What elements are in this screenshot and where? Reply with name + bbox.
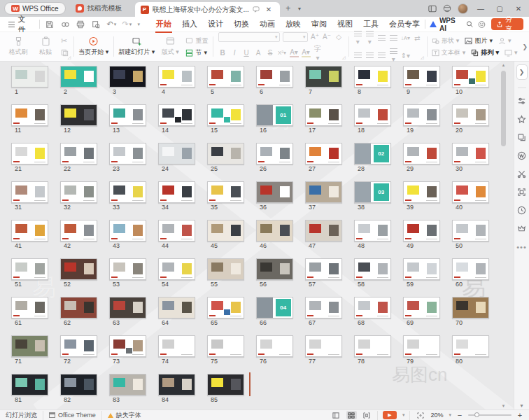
sidebar-layout-icon[interactable]: [428, 5, 437, 13]
comment-icon[interactable]: [253, 6, 260, 13]
slide-thumbnail[interactable]: [60, 374, 97, 396]
quickbar-customize-icon[interactable]: ▾: [137, 22, 140, 27]
tab-home[interactable]: 开始: [155, 17, 172, 31]
increase-font-icon[interactable]: A⁺: [311, 33, 320, 41]
tab-tools[interactable]: 工具: [362, 17, 379, 31]
decrease-indent-button[interactable]: [377, 34, 386, 42]
content-scrollbar[interactable]: ▲ ▼: [500, 62, 507, 410]
slide-thumbnail[interactable]: [452, 258, 489, 280]
play-options-icon[interactable]: ▾: [402, 412, 405, 418]
slide-thumbnail[interactable]: [207, 181, 244, 203]
slide-thumbnail[interactable]: [452, 181, 489, 203]
slide-thumbnail[interactable]: [11, 220, 48, 241]
slide-thumbnail[interactable]: [452, 104, 489, 126]
slide-thumbnail[interactable]: [403, 104, 440, 126]
search-icon[interactable]: [466, 20, 473, 28]
format-painter-button[interactable]: 格式刷: [6, 34, 30, 60]
slide-thumbnail[interactable]: [158, 374, 195, 396]
favorites-star-icon[interactable]: [516, 114, 527, 125]
print-preview-icon[interactable]: [90, 19, 101, 30]
material-cut-icon[interactable]: [516, 169, 527, 179]
wps-circle-icon[interactable]: [516, 150, 527, 161]
slide-thumbnail[interactable]: [11, 374, 48, 396]
slide-thumbnail[interactable]: [403, 220, 440, 241]
tab-insert[interactable]: 插入: [181, 17, 198, 31]
slide-thumbnail[interactable]: 01: [256, 104, 293, 126]
slide-thumbnail[interactable]: [207, 66, 244, 88]
user-avatar[interactable]: [458, 4, 468, 14]
slide-thumbnail[interactable]: [207, 143, 244, 164]
ribbon-expand-icon[interactable]: ❯: [522, 38, 528, 56]
slide-thumbnail[interactable]: [452, 297, 489, 318]
slide-thumbnail[interactable]: [158, 66, 195, 88]
highlight-color-button[interactable]: A▾: [302, 48, 311, 57]
numbering-button[interactable]: ▾: [365, 30, 374, 46]
zoom-in-icon[interactable]: +: [516, 411, 523, 419]
slide-thumbnail[interactable]: [207, 258, 244, 280]
layout-button[interactable]: 版式 ▾: [158, 34, 182, 60]
normal-view-icon[interactable]: [331, 411, 341, 419]
slide-thumbnail[interactable]: [109, 104, 146, 126]
textbox-button[interactable]: 文本框 ▾: [432, 48, 466, 57]
slide-sorter-view-icon[interactable]: [346, 411, 357, 419]
slide-thumbnail[interactable]: [354, 66, 391, 88]
monitor-button[interactable]: ▾: [505, 48, 518, 57]
slide-thumbnail[interactable]: [256, 143, 293, 164]
cut-button[interactable]: ✂: [61, 36, 69, 46]
align-right-button[interactable]: [377, 52, 386, 59]
slide-sorter-canvas[interactable]: 易 易 易 易图cn 12345678910111213141501161718…: [0, 62, 514, 410]
slide-thumbnail[interactable]: [158, 104, 195, 126]
clipboard-dialog-launcher[interactable]: ◿: [67, 55, 71, 59]
collapse-panel-icon[interactable]: ❯: [516, 64, 528, 80]
slide-thumbnail[interactable]: [109, 143, 146, 164]
slide-thumbnail[interactable]: 03: [354, 181, 391, 203]
slide-thumbnail[interactable]: [11, 297, 48, 318]
increase-indent-button[interactable]: [389, 34, 398, 42]
char-style-button[interactable]: A: [254, 49, 263, 57]
slide-thumbnail[interactable]: [109, 66, 146, 88]
tab-document-active[interactable]: P 联想上海研发中心办公方案文... ✕: [135, 2, 280, 17]
slide-thumbnail[interactable]: [11, 66, 48, 88]
italic-button[interactable]: I: [230, 49, 239, 57]
slide-thumbnail[interactable]: [11, 335, 48, 357]
properties-sliders-icon[interactable]: [516, 96, 527, 106]
app-home-button[interactable]: W WPS Office: [4, 2, 66, 15]
slide-thumbnail[interactable]: [305, 335, 342, 357]
new-tab-icon[interactable]: +: [283, 3, 294, 14]
slide-thumbnail[interactable]: [207, 374, 244, 396]
slide-thumbnail[interactable]: [158, 297, 195, 318]
zoom-slider-knob[interactable]: [474, 412, 479, 417]
slide-thumbnail[interactable]: [403, 143, 440, 164]
slide-thumbnail[interactable]: [305, 220, 342, 241]
slide-thumbnail[interactable]: [452, 143, 489, 164]
decrease-font-icon[interactable]: A⁻: [323, 33, 332, 41]
slide-thumbnail[interactable]: [11, 181, 48, 203]
justify-button[interactable]: ▾: [389, 48, 398, 63]
align-left-button[interactable]: [353, 52, 362, 59]
fit-screen-icon[interactable]: [415, 411, 425, 419]
slide-thumbnail[interactable]: [305, 104, 342, 126]
minimize-icon[interactable]: —: [474, 3, 487, 14]
slide-thumbnail[interactable]: [11, 143, 48, 164]
zoom-slider[interactable]: [468, 414, 512, 416]
scrollbar-thumb[interactable]: [501, 71, 506, 146]
tab-transitions[interactable]: 切换: [233, 17, 250, 31]
slide-thumbnail[interactable]: [256, 66, 293, 88]
slide-thumbnail[interactable]: [452, 335, 489, 357]
slide-thumbnail[interactable]: [452, 66, 489, 88]
slide-thumbnail[interactable]: [403, 297, 440, 318]
slide-thumbnail[interactable]: [305, 297, 342, 318]
screenshot-frame-icon[interactable]: [516, 187, 527, 197]
slide-thumbnail[interactable]: 04: [256, 297, 293, 318]
picture-button[interactable]: 图片 ▾: [465, 36, 493, 46]
slide-thumbnail[interactable]: [207, 104, 244, 126]
font-dialog-launcher[interactable]: ◿: [342, 55, 346, 59]
close-tab-icon[interactable]: ✕: [263, 4, 274, 15]
wps-ai-button[interactable]: WPS AI: [430, 17, 463, 32]
clear-format-icon[interactable]: ◇: [334, 33, 344, 41]
reset-button[interactable]: 重置: [185, 36, 208, 46]
underline-button[interactable]: U: [242, 49, 251, 57]
layers-icon[interactable]: [516, 132, 527, 143]
slide-thumbnail[interactable]: [207, 297, 244, 318]
paragraph-dialog-launcher[interactable]: ◿: [421, 55, 424, 59]
